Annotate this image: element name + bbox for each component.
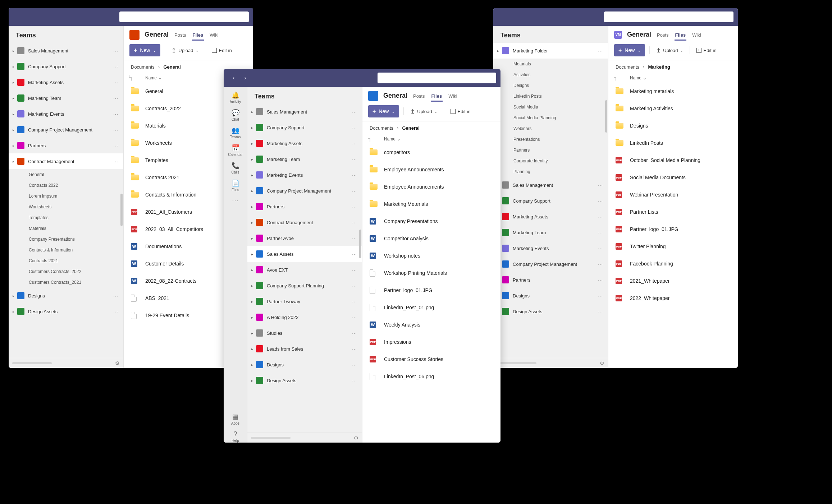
gear-icon[interactable]: ⚙ <box>354 435 358 441</box>
file-row[interactable]: 2021_Whitepaper <box>608 272 738 290</box>
more-icon[interactable] <box>596 246 604 251</box>
sidebar-channel-item[interactable]: General <box>9 169 123 180</box>
more-icon[interactable] <box>351 267 358 273</box>
sidebar-channel-item[interactable]: Lorem impsum <box>9 191 123 202</box>
sidebar-channel-item[interactable]: Company Presentations <box>9 234 123 245</box>
rail-calls[interactable]: 📞Calls <box>227 162 244 174</box>
tab-files[interactable]: Files <box>675 29 687 41</box>
more-icon[interactable] <box>596 309 604 314</box>
gear-icon[interactable]: ⚙ <box>115 360 120 366</box>
sidebar-channel-item[interactable]: LinkedIn Posts <box>493 91 608 102</box>
file-row[interactable]: Marketing Meterials <box>362 195 500 213</box>
forward-button[interactable]: › <box>241 74 250 82</box>
more-icon[interactable] <box>112 293 120 299</box>
file-row[interactable]: Workshop notes <box>362 247 500 264</box>
sidebar-scrollbar[interactable] <box>120 194 123 226</box>
more-icon[interactable] <box>351 172 358 178</box>
sidebar-team-item[interactable]: ▸Partners <box>493 272 608 288</box>
file-row[interactable]: Facebook Planning <box>608 255 738 272</box>
file-row[interactable]: Customer Success Stories <box>362 351 500 368</box>
more-icon[interactable] <box>351 220 358 225</box>
file-row[interactable]: competitors <box>362 144 500 161</box>
rail-more[interactable] <box>227 197 244 205</box>
sidebar-hscroll[interactable] <box>497 362 536 364</box>
file-row[interactable]: Competitor Analysis <box>362 230 500 247</box>
more-icon[interactable] <box>112 309 120 314</box>
sidebar-team-item[interactable]: ▸Marketing Team <box>9 90 123 106</box>
sidebar-scrollbar[interactable] <box>605 100 607 133</box>
more-icon[interactable] <box>112 48 120 54</box>
more-icon[interactable] <box>112 159 120 164</box>
sidebar-channel-item[interactable]: Social Media Planning <box>493 112 608 123</box>
more-icon[interactable] <box>351 346 358 352</box>
more-icon[interactable] <box>351 125 358 130</box>
file-row[interactable]: Weekly Analysis <box>362 316 500 333</box>
sidebar-team-item[interactable]: ▸Company Project Management <box>9 122 123 138</box>
file-row[interactable]: LinkedIn Posts <box>608 134 738 152</box>
sidebar-channel-item[interactable]: Customers Contracts_2022 <box>9 266 123 277</box>
more-icon[interactable] <box>351 251 358 257</box>
more-icon[interactable] <box>351 204 358 209</box>
sidebar-team-item[interactable]: ▸Designs <box>9 288 123 304</box>
file-row[interactable]: Employee Announcements <box>362 161 500 178</box>
more-icon[interactable] <box>112 143 120 148</box>
more-icon[interactable] <box>596 198 604 204</box>
sidebar-team-item[interactable]: ▸Contract Management <box>247 214 362 230</box>
rail-apps[interactable]: ▦Apps <box>227 413 244 425</box>
sidebar-channel-item[interactable]: Worksheets <box>9 202 123 212</box>
sidebar-channel-item[interactable]: Social Media <box>493 102 608 112</box>
sidebar-team-item[interactable]: ▸Avoe EXT <box>247 262 362 278</box>
more-icon[interactable] <box>596 277 604 283</box>
sidebar-team-item[interactable]: ▸Company Support <box>493 193 608 209</box>
rail-chat[interactable]: 💬Chat <box>227 109 244 121</box>
sidebar-team-item[interactable]: ▸Marketing Assets <box>247 135 362 151</box>
more-icon[interactable] <box>351 109 358 115</box>
sidebar-team-item[interactable]: ▸Design Assets <box>9 304 123 319</box>
sidebar-team-item[interactable]: ▸Marketing Events <box>9 106 123 122</box>
sidebar-hscroll[interactable] <box>251 437 291 439</box>
col-name[interactable]: Name ⌄ <box>630 75 646 80</box>
more-icon[interactable] <box>596 48 604 54</box>
more-icon[interactable] <box>351 378 358 383</box>
more-icon[interactable] <box>596 230 604 235</box>
tab-files[interactable]: Files <box>192 29 204 41</box>
more-icon[interactable] <box>596 293 604 299</box>
more-icon[interactable] <box>596 182 604 188</box>
edit-in-button[interactable]: Edit in <box>448 107 473 116</box>
sidebar-hscroll[interactable] <box>12 362 52 364</box>
more-icon[interactable] <box>112 80 120 85</box>
more-icon[interactable] <box>351 330 358 336</box>
sidebar-channel-item[interactable]: Metarials <box>493 59 608 69</box>
sidebar-team-item[interactable]: ▸Designs <box>247 357 362 373</box>
breadcrumb-root[interactable]: Documents <box>131 64 155 70</box>
sidebar-channel-item[interactable]: Contracts 2021 <box>9 255 123 266</box>
col-name[interactable]: Name ⌄ <box>384 137 401 142</box>
breadcrumb-root[interactable]: Documents <box>616 64 639 70</box>
file-row[interactable]: Partner_logo_01.JPG <box>608 221 738 238</box>
sidebar-team-item[interactable]: ▸Company Project Management <box>247 183 362 199</box>
search-input[interactable] <box>378 73 496 83</box>
file-row[interactable]: Partner_logo_01.JPG <box>362 282 500 299</box>
tab-wiki[interactable]: Wiki <box>209 29 219 41</box>
edit-in-button[interactable]: Edit in <box>210 46 234 55</box>
more-icon[interactable] <box>351 283 358 288</box>
sidebar-team-item[interactable]: ▸Leads from Sales <box>247 341 362 357</box>
sidebar-channel-item[interactable]: Partners <box>493 145 608 156</box>
tab-posts[interactable]: Posts <box>656 29 669 41</box>
sidebar-channel-item[interactable]: Activities <box>493 69 608 80</box>
sidebar-team-item[interactable]: ▸Company Support <box>247 120 362 135</box>
file-row[interactable]: October_Social Media Planning <box>608 152 738 169</box>
sidebar-channel-item[interactable]: Contracts 2022 <box>9 180 123 191</box>
sidebar-team-item[interactable]: ▸Marketing Team <box>493 225 608 240</box>
rail-teams[interactable]: 👥Teams <box>227 126 244 139</box>
rail-activity[interactable]: 🔔Activity <box>227 91 244 104</box>
new-button[interactable]: + New ⌄ <box>368 105 399 117</box>
file-row[interactable]: Company Presentations <box>362 213 500 230</box>
tab-posts[interactable]: Posts <box>174 29 187 41</box>
sidebar-team-item[interactable]: ▸Marketing Team <box>247 151 362 167</box>
upload-button[interactable]: Upload ⌄ <box>654 46 685 55</box>
new-button[interactable]: + New ⌄ <box>614 44 645 56</box>
sidebar-team-item[interactable]: ▸Partner Avoe <box>247 230 362 246</box>
sidebar-channel-item[interactable]: Designs <box>493 80 608 91</box>
sidebar-team-item[interactable]: ▸Marketing Events <box>493 240 608 256</box>
